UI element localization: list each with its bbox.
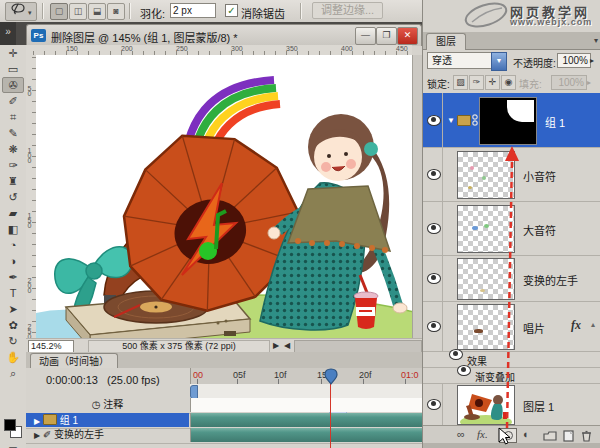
visibility-cell[interactable] <box>426 255 443 301</box>
marquee-tool[interactable]: ▭ <box>2 61 24 77</box>
eye-icon[interactable] <box>427 223 441 234</box>
lasso-tool[interactable]: ✇ <box>2 77 24 93</box>
visibility-cell[interactable] <box>426 93 443 147</box>
history-brush-tool[interactable]: ↺ <box>2 189 24 205</box>
visibility-cell[interactable] <box>426 301 443 351</box>
custom-shape-tool[interactable]: ✿ <box>2 317 24 333</box>
add-layer-mask-icon[interactable] <box>499 428 517 443</box>
status-menu-arrow-icon[interactable]: ▶ <box>273 341 279 350</box>
eraser-tool[interactable]: ▰ <box>2 205 24 221</box>
color-swatches[interactable] <box>4 419 22 439</box>
layer-thumbnail[interactable] <box>457 385 515 425</box>
foreground-color-swatch[interactable] <box>4 419 16 431</box>
layer-row-xiaoyinfu[interactable]: 小音符 <box>423 147 600 202</box>
adjustment-layer-icon[interactable]: ◐ <box>523 428 530 440</box>
blend-mode-select[interactable]: 穿透 <box>427 52 497 69</box>
left-hand-track-bar[interactable] <box>190 428 423 442</box>
timeline-tab[interactable]: 动画（时间轴） <box>30 353 118 369</box>
timeline-row-left-hand[interactable]: ▶ ✐ 变换的左手 <box>26 428 422 444</box>
tool-preset-arrow-icon[interactable]: ▾ <box>28 9 32 16</box>
layer-row-dayinfu[interactable]: 大音符 <box>423 201 600 256</box>
link-layers-icon[interactable]: ∞ <box>457 428 465 440</box>
pen-tool[interactable]: ✒ <box>2 269 24 285</box>
comments-track[interactable] <box>190 398 423 412</box>
panel-menu-icon[interactable]: ▾ <box>594 36 598 45</box>
layer-row-layer1[interactable]: 图层 1 <box>423 383 600 426</box>
type-tool[interactable]: T <box>2 285 24 301</box>
minimize-button[interactable]: — <box>355 27 376 45</box>
opacity-slider-arrow-icon[interactable]: ▸ <box>590 56 594 65</box>
eye-icon[interactable] <box>427 115 441 126</box>
path-selection-tool[interactable]: ➤ <box>2 301 24 317</box>
brush-tool[interactable]: ✑ <box>2 157 24 173</box>
intersect-selection-button[interactable]: ◙ <box>107 3 125 20</box>
layer-row-gradient-overlay[interactable]: 渐变叠加 <box>423 367 600 384</box>
group1-track-bar[interactable] <box>190 413 423 427</box>
playhead[interactable] <box>323 368 339 385</box>
layer-thumbnail[interactable] <box>457 304 515 350</box>
palette-collapse-chevron[interactable]: » <box>0 22 16 45</box>
clone-stamp-tool[interactable]: ♜ <box>2 173 24 189</box>
hand-tool[interactable]: ✋ <box>2 349 24 365</box>
move-tool[interactable]: ✛ <box>2 45 24 61</box>
layer-thumbnail[interactable] <box>457 258 515 300</box>
eye-icon[interactable] <box>457 365 471 376</box>
timeline-row-comments[interactable]: ◷ 注释 <box>26 398 422 414</box>
stopwatch-icon[interactable]: ◷ <box>92 399 101 410</box>
new-layer-icon[interactable] <box>563 430 574 442</box>
document-tab[interactable]: Ps 删除图层 @ 145% (组 1, 图层蒙版/8) * — ❐ ✕ <box>26 24 422 46</box>
subtract-selection-button[interactable]: ⬓ <box>88 3 106 20</box>
restore-button[interactable]: ❐ <box>376 27 397 45</box>
lock-position-icon[interactable]: ✛ <box>485 75 500 90</box>
blend-mode-arrow-icon[interactable]: ▼ <box>491 52 507 71</box>
healing-brush-tool[interactable]: ❋ <box>2 141 24 157</box>
antialias-checkbox[interactable]: ✓ <box>225 4 238 17</box>
layer-row-effects[interactable]: 效果 <box>423 351 600 368</box>
timeline-work-area[interactable] <box>190 384 422 399</box>
delete-layer-icon[interactable] <box>581 430 592 442</box>
quick-selection-tool[interactable]: ✐ <box>2 93 24 109</box>
blur-tool[interactable]: ◔ <box>2 237 24 253</box>
fill-value-field[interactable]: 100% <box>551 75 587 90</box>
visibility-cell[interactable] <box>426 383 443 425</box>
zoom-tool[interactable]: ⌕ <box>2 365 24 381</box>
layer-mask-thumbnail[interactable] <box>479 97 537 145</box>
fx-collapse-icon[interactable]: ▴ <box>591 320 595 329</box>
crop-tool[interactable]: ⌗ <box>2 109 24 125</box>
rotate-view-tool[interactable]: ↻ <box>2 333 24 349</box>
refine-edge-button[interactable]: 调整边缘... <box>312 2 383 19</box>
lock-pixels-icon[interactable]: ✑ <box>469 75 484 90</box>
layer-style-icon[interactable]: fx. <box>477 428 488 440</box>
feather-input[interactable]: 2 px <box>170 3 216 18</box>
eye-icon[interactable] <box>427 169 441 180</box>
layer-row-left-hand[interactable]: 变换的左手 <box>423 255 600 302</box>
canvas[interactable] <box>36 55 412 338</box>
timeline-row-group1[interactable]: ▶ 组 1 <box>26 413 422 429</box>
fx-badge[interactable]: fx <box>571 318 581 333</box>
scroll-left-icon[interactable]: ◀ <box>284 341 290 350</box>
opacity-value-field[interactable]: 100% <box>557 53 591 68</box>
dodge-tool[interactable]: ◑ <box>2 253 24 269</box>
eye-icon[interactable] <box>449 349 463 360</box>
layer-thumbnail[interactable] <box>457 151 515 199</box>
disclosure-triangle-icon[interactable]: ▶ <box>34 417 40 426</box>
layers-tab[interactable]: 图层 <box>426 33 466 50</box>
close-button[interactable]: ✕ <box>397 27 418 45</box>
layer-thumbnail[interactable] <box>457 205 515 253</box>
work-area-start-handle[interactable] <box>190 385 198 399</box>
timeline-ruler[interactable]: 0005f10f15f20f01:0 <box>190 368 423 385</box>
visibility-cell[interactable] <box>426 147 443 201</box>
eyedropper-tool[interactable]: ✎ <box>2 125 24 141</box>
fill-slider-arrow-icon[interactable]: ▸ <box>587 78 591 87</box>
visibility-cell[interactable] <box>426 201 443 255</box>
eye-icon[interactable] <box>427 273 441 284</box>
lock-all-icon[interactable]: ◉ <box>501 75 516 90</box>
new-group-icon[interactable] <box>543 431 557 441</box>
gradient-tool[interactable]: ◧ <box>2 221 24 237</box>
eye-icon[interactable] <box>427 399 441 410</box>
eye-icon[interactable] <box>427 321 441 332</box>
layer-row-group1[interactable]: ▼ 组 1 <box>423 93 600 148</box>
disclosure-triangle-icon[interactable]: ▶ <box>34 431 40 440</box>
lock-transparency-icon[interactable]: ▨ <box>453 75 468 90</box>
lasso-tool-preset[interactable]: ▾ <box>5 2 37 21</box>
